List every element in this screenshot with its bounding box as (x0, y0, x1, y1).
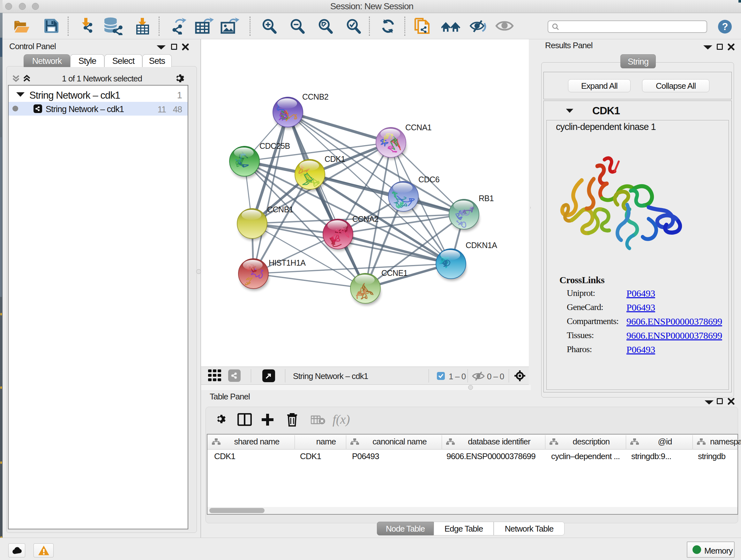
svg-text:CDK1: CDK1 (325, 154, 345, 164)
svg-text:HIST1H1A: HIST1H1A (269, 258, 306, 267)
svg-text:CCNA1: CCNA1 (405, 123, 431, 132)
svg-text:CCNA2: CCNA2 (352, 214, 379, 224)
svg-text:CDC6: CDC6 (418, 175, 440, 184)
svg-text:CCNB1: CCNB1 (267, 205, 293, 214)
svg-text:CCNE1: CCNE1 (381, 268, 408, 277)
svg-text:CDKN1A: CDKN1A (466, 241, 497, 250)
svg-text:CDC25B: CDC25B (259, 141, 290, 150)
svg-text:RB1: RB1 (479, 194, 494, 203)
svg-text:CCNB2: CCNB2 (302, 92, 328, 101)
